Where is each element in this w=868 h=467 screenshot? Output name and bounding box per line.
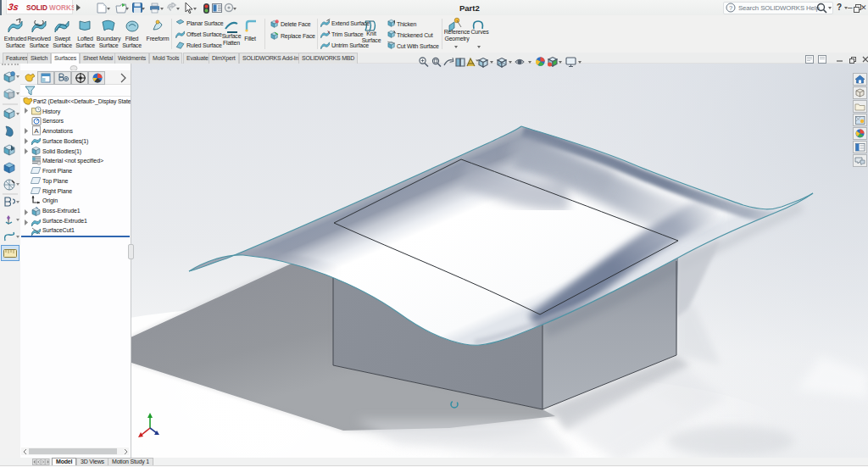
svg-text:SOLID: SOLID (26, 4, 47, 12)
svg-text:A: A (34, 127, 39, 135)
svg-text:3s: 3s (7, 3, 19, 13)
svg-text:WORKS: WORKS (49, 4, 74, 12)
svg-text:?: ? (729, 4, 732, 12)
